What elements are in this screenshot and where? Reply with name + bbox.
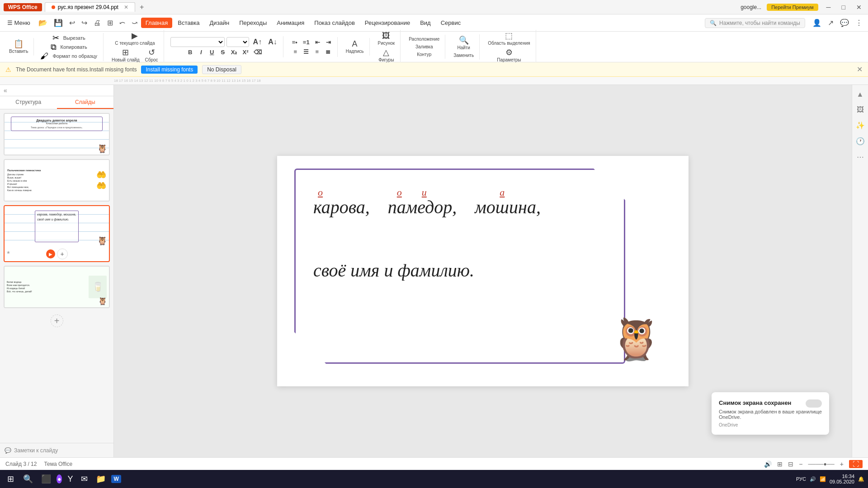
slide-canvas[interactable]: о карова, о и памедор, а мошина, (277, 156, 689, 386)
taskbar-notification-icon[interactable]: 🔔 (858, 476, 864, 482)
sidebar-collapse-icon[interactable]: « (4, 87, 7, 94)
new-slide-button[interactable]: ⊞ Новый слайд (110, 47, 141, 63)
share-icon[interactable]: ↗ (825, 17, 836, 29)
fit-icon[interactable]: ⊟ (788, 460, 793, 468)
find-button[interactable]: 🔍 Найти (455, 35, 472, 51)
user-icon[interactable]: 👤 (810, 17, 824, 29)
print-icon[interactable]: 🖨 (91, 17, 104, 29)
notes-bar[interactable]: 💬 Заметки к слайду (0, 443, 113, 457)
menu-transitions[interactable]: Переходы (235, 18, 271, 28)
slide3-play-button[interactable]: ▶ (46, 249, 55, 258)
zoom-plus[interactable]: + (840, 460, 844, 468)
font-size-select[interactable] (226, 37, 249, 47)
font-increase-button[interactable]: A↑ (251, 37, 264, 47)
taskbar-network-icon[interactable]: 📶 (820, 476, 826, 482)
format-icon[interactable]: ⊞ (104, 17, 116, 29)
fullscreen-icon[interactable]: ⛶ (849, 460, 863, 468)
minimize-button[interactable]: ─ (824, 4, 834, 11)
extra-undo[interactable]: ⤺ (117, 17, 128, 29)
notif-close-button[interactable]: ✕ (857, 65, 863, 74)
contour-button[interactable]: Контур (415, 51, 433, 58)
menu-design[interactable]: Дизайн (205, 18, 234, 28)
install-fonts-button[interactable]: Install missing fonts (141, 66, 198, 74)
paste-button[interactable]: 📋 Вставить (7, 39, 30, 55)
taskbar-chrome-icon[interactable]: ● (57, 474, 62, 483)
decrease-indent-button[interactable]: ⇤ (313, 38, 323, 47)
superscript-button[interactable]: X² (240, 48, 250, 56)
menu-service[interactable]: Сервис (436, 18, 466, 28)
taskbar-taskview-icon[interactable]: ⬛ (38, 473, 54, 485)
speaker-icon[interactable]: 🔊 (764, 460, 772, 468)
taskbar-lang[interactable]: РУС (796, 476, 806, 482)
cut-button[interactable]: Вырезать (61, 35, 88, 41)
menu-insert[interactable]: Вставка (173, 18, 204, 28)
reset-button[interactable]: ↺ Сброс (143, 47, 160, 63)
font-decrease-button[interactable]: A↓ (266, 37, 279, 47)
close-button[interactable]: ✕ (854, 4, 864, 11)
format-painter-button[interactable]: Формат по образцу (50, 53, 99, 59)
rp-image-icon[interactable]: 🖼 (855, 104, 866, 116)
strikethrough-button[interactable]: S (218, 48, 228, 56)
arrange-button[interactable]: Расположение (407, 36, 441, 42)
popup-toggle[interactable] (806, 399, 822, 408)
align-left-button[interactable]: ≡ (290, 47, 300, 56)
picture-button[interactable]: 🖼 Рисунок (376, 31, 397, 47)
rp-history-icon[interactable]: 🕐 (854, 135, 867, 147)
no-disposal-button[interactable]: No Disposal (202, 65, 241, 74)
menu-slideshow[interactable]: Показ слайдов (310, 18, 359, 28)
slide-item-1[interactable]: 1 ★ Двадцать девятое апреля Классная раб… (4, 113, 110, 155)
shapes-button[interactable]: △ Фигуры (377, 47, 396, 63)
justify-button[interactable]: ≣ (323, 47, 333, 56)
menu-review[interactable]: Рецензирование (360, 18, 415, 28)
slide-item-2[interactable]: 2 ★ Пальчиковая гимнастика Дом мы строим… (4, 159, 110, 202)
open-file-icon[interactable]: 📂 (36, 17, 50, 29)
rp-more-icon[interactable]: ⋯ (855, 151, 866, 163)
bold-button[interactable]: B (185, 48, 195, 56)
rp-scroll-up[interactable]: ▲ (855, 89, 866, 100)
zoom-minus[interactable]: − (799, 460, 802, 468)
font-family-select[interactable] (170, 37, 225, 47)
menu-animation[interactable]: Анимация (272, 18, 309, 28)
increase-indent-button[interactable]: ⇥ (324, 38, 334, 47)
numbering-button[interactable]: ≡1 (301, 38, 312, 47)
taskbar-word-icon[interactable]: W (111, 475, 121, 483)
account-label[interactable]: google... (741, 4, 761, 10)
undo-icon[interactable]: ↩ (66, 17, 78, 29)
bullets-button[interactable]: ≡• (290, 38, 300, 47)
fill-button[interactable]: Заливка (414, 43, 435, 50)
underline-button[interactable]: U (207, 48, 217, 56)
slide-item-3[interactable]: 3 ★ карова, памедор, мошина, своё имя и … (4, 205, 110, 262)
select-area-button[interactable]: ⬚ Область выделения (486, 31, 532, 47)
start-button[interactable]: ⊞ (4, 472, 18, 486)
chat-icon[interactable]: 💬 (837, 17, 852, 29)
zoom-slider[interactable]: ────●── (808, 461, 835, 467)
align-center-button[interactable]: ☰ (301, 47, 311, 56)
taskbar-yandex-icon[interactable]: Y (65, 474, 75, 485)
taskbar-files-icon[interactable]: 📁 (93, 473, 108, 485)
subscript-button[interactable]: X₂ (229, 48, 240, 56)
replace-button[interactable]: Заменить (452, 52, 476, 59)
slide-item-4[interactable]: 4 ★ Белая водицаВсем нам пригодится.Из в… (4, 266, 110, 308)
command-search[interactable]: 🔍 Нажмите, чтобы найти команды (705, 18, 805, 28)
new-tab-button[interactable]: + (140, 3, 144, 11)
tab-close-icon[interactable]: ✕ (124, 4, 128, 10)
menu-toggle[interactable]: ☰ Меню (3, 18, 35, 28)
taskbar-search-icon[interactable]: 🔍 (20, 473, 36, 485)
menu-view[interactable]: Вид (415, 18, 435, 28)
tab-structure[interactable]: Структура (0, 96, 57, 109)
tab-slides[interactable]: Слайды (57, 96, 114, 109)
taskbar-mail-icon[interactable]: ✉ (78, 473, 90, 485)
clear-format-button[interactable]: ⌫ (251, 48, 264, 56)
copy-button[interactable]: Копировать (58, 44, 90, 50)
italic-button[interactable]: I (196, 48, 206, 56)
maximize-button[interactable]: □ (839, 4, 848, 11)
inscribe-button[interactable]: A Надпись (344, 39, 366, 55)
layout-icon[interactable]: ⊞ (777, 460, 783, 468)
from-slide-button[interactable]: ▶ С текущего слайда (113, 31, 156, 47)
rp-animate-icon[interactable]: ✨ (854, 119, 867, 131)
taskbar-sound-icon[interactable]: 🔊 (810, 476, 816, 482)
align-right-button[interactable]: ≡ (312, 47, 322, 56)
document-tab[interactable]: рус.яз презент 29.04.ppt ✕ (45, 2, 135, 12)
slide3-add-button[interactable]: + (57, 249, 68, 259)
menu-home[interactable]: Главная (141, 18, 172, 28)
